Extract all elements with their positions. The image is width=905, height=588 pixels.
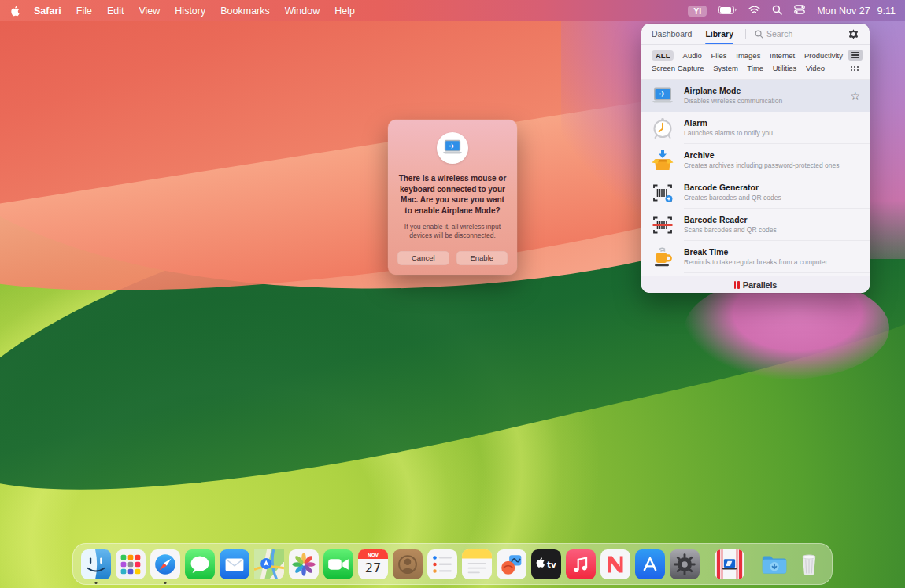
freeform-icon	[497, 549, 526, 579]
news-icon	[600, 549, 630, 579]
dock-item-finder[interactable]	[81, 549, 111, 579]
dock-item-facetime[interactable]	[323, 549, 353, 579]
dock-item-calendar[interactable]: NOV 27	[358, 549, 388, 579]
dock: NOV 27	[72, 543, 833, 585]
category-time[interactable]: Time	[747, 64, 763, 72]
svg-text:✈: ✈	[449, 142, 456, 150]
tab-dashboard[interactable]: Dashboard	[652, 29, 692, 39]
photos-icon	[289, 549, 319, 579]
dock-item-freeform[interactable]	[497, 549, 526, 579]
mail-icon	[220, 549, 249, 579]
menu-item-window[interactable]: Window	[285, 6, 320, 17]
svg-text:27: 27	[365, 560, 382, 575]
dock-item-photos[interactable]	[289, 549, 319, 579]
system-settings-icon	[670, 549, 700, 579]
alarm-icon	[651, 116, 674, 140]
svg-text:tv: tv	[547, 560, 556, 569]
list-item-alarm[interactable]: Alarm Launches alarms to notify you	[641, 112, 870, 144]
dock-item-messages[interactable]	[185, 549, 215, 579]
category-system[interactable]: System	[713, 64, 738, 72]
parallels-toolbox-panel: Dashboard Library ALL Audio Files Images…	[641, 24, 870, 293]
notes-icon	[462, 549, 492, 579]
finder-icon	[81, 549, 111, 579]
dock-item-safari[interactable]	[150, 549, 180, 579]
grid-view-icon	[851, 66, 860, 72]
menu-item-view[interactable]: View	[139, 6, 160, 17]
enable-button[interactable]: Enable	[456, 251, 508, 265]
dock-item-parallels-toolbox[interactable]	[715, 549, 744, 579]
barcode-reader-icon	[651, 213, 674, 237]
category-video[interactable]: Video	[806, 64, 825, 72]
menu-item-help[interactable]: Help	[334, 6, 355, 17]
category-all[interactable]: ALL	[652, 50, 674, 61]
menu-item-history[interactable]: History	[175, 6, 205, 17]
list-view-icon	[851, 52, 859, 59]
tab-library[interactable]: Library	[705, 29, 733, 39]
dock-item-launchpad[interactable]	[116, 549, 146, 579]
input-source-badge[interactable]: YI	[688, 6, 707, 17]
header-divider	[745, 29, 746, 39]
safari-icon	[150, 549, 180, 579]
dock-item-trash[interactable]	[794, 549, 824, 579]
tool-subtitle: Disables wireless communication	[684, 97, 782, 105]
tool-list: ✈ Airplane Mode Disables wireless commun…	[641, 80, 870, 276]
battery-icon[interactable]	[718, 6, 737, 17]
menu-app-name[interactable]: Safari	[34, 6, 61, 17]
dock-item-apple-tv[interactable]: tv	[531, 549, 561, 579]
parallels-logo-icon	[734, 281, 740, 289]
list-item-airplane-mode[interactable]: ✈ Airplane Mode Disables wireless commun…	[641, 80, 870, 112]
list-item-barcode-generator[interactable]: Barcode Generator Creates barcodes and Q…	[641, 176, 870, 209]
search-input[interactable]	[766, 29, 845, 39]
dock-item-contacts[interactable]	[393, 549, 423, 579]
dialog-icon-circle: ✈	[437, 132, 468, 164]
airplane-mode-dialog: ✈ There is a wireless mouse or keyboard …	[388, 120, 517, 275]
menu-item-bookmarks[interactable]: Bookmarks	[220, 6, 270, 17]
list-item-break-time[interactable]: Break Time Reminds to take regular break…	[641, 241, 870, 273]
dock-divider	[707, 549, 707, 579]
dock-item-system-settings[interactable]	[670, 549, 700, 579]
dock-item-music[interactable]	[566, 549, 596, 579]
category-audio[interactable]: Audio	[683, 51, 702, 60]
messages-icon	[185, 549, 215, 579]
apple-menu-icon[interactable]	[9, 5, 20, 17]
apple-tv-icon: tv	[531, 549, 561, 579]
dock-item-news[interactable]	[600, 549, 630, 579]
tool-subtitle: Launches alarms to notify you	[684, 129, 773, 138]
tool-title: Barcode Generator	[684, 183, 781, 193]
trash-icon	[794, 549, 824, 579]
dock-item-notes[interactable]	[462, 549, 492, 579]
clock-time: 9:11	[877, 6, 896, 17]
menu-bar-clock[interactable]: Mon Nov 27 9:11	[817, 6, 896, 17]
tool-subtitle: Reminds to take regular breaks from a co…	[684, 258, 827, 267]
category-productivity[interactable]: Productivity	[804, 51, 843, 60]
parallels-brand-text: Parallels	[743, 280, 777, 290]
list-item-barcode-reader[interactable]: Barcode Reader Scans barcodes and QR cod…	[641, 209, 870, 241]
spotlight-search-icon[interactable]	[772, 5, 782, 17]
facetime-icon	[323, 549, 353, 579]
list-item-archive[interactable]: Archive Creates archives including passw…	[641, 144, 870, 176]
dock-item-downloads[interactable]	[759, 549, 789, 579]
grid-view-button[interactable]	[848, 64, 863, 75]
menu-item-edit[interactable]: Edit	[107, 6, 124, 17]
category-internet[interactable]: Internet	[770, 51, 795, 60]
gear-icon[interactable]	[848, 28, 859, 40]
search-field[interactable]	[755, 29, 848, 39]
dock-item-app-store[interactable]	[635, 549, 665, 579]
panel-footer: Parallels	[641, 276, 870, 293]
music-icon	[566, 549, 596, 579]
panel-header: Dashboard Library	[641, 24, 870, 45]
list-view-button[interactable]	[848, 50, 863, 61]
parallels-toolbox-icon	[715, 549, 744, 579]
category-files[interactable]: Files	[711, 51, 727, 60]
category-screen-capture[interactable]: Screen Capture	[652, 64, 704, 72]
cancel-button[interactable]: Cancel	[397, 251, 449, 265]
dock-item-maps[interactable]	[254, 549, 284, 579]
dock-item-reminders[interactable]	[427, 549, 457, 579]
wifi-icon[interactable]	[748, 6, 760, 17]
favorite-star-icon[interactable]: ☆	[850, 90, 860, 102]
menu-item-file[interactable]: File	[76, 6, 92, 17]
category-utilities[interactable]: Utilities	[773, 64, 797, 72]
category-images[interactable]: Images	[736, 51, 760, 60]
dock-item-mail[interactable]	[220, 549, 249, 579]
control-center-icon[interactable]	[794, 5, 805, 17]
